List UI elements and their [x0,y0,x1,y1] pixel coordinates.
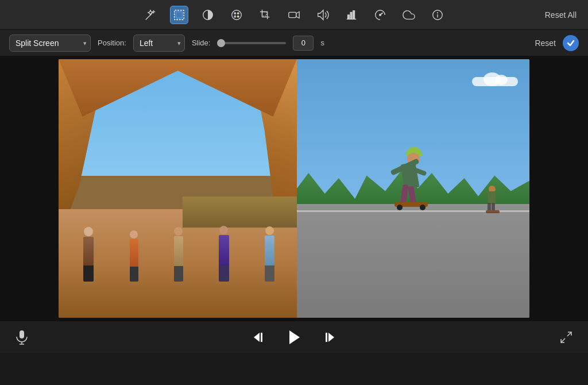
microphone-button[interactable] [11,327,32,348]
cloud [472,72,518,90]
svg-rect-30 [261,333,262,342]
svg-rect-20 [353,10,355,19]
svg-rect-33 [326,333,327,342]
reset-all-button[interactable]: Reset All [545,10,577,20]
svg-line-35 [561,338,565,342]
svg-point-11 [234,16,236,17]
position-label: Position: [98,38,126,47]
svg-marker-31 [289,330,300,344]
right-video-panel [297,59,529,318]
fullscreen-button[interactable] [556,327,577,348]
play-button[interactable] [281,325,307,350]
left-scene [59,59,297,318]
effect-dropdown[interactable]: Split Screen Picture in Picture Side by … [9,34,91,52]
preview-canvas [59,59,529,318]
preview-area [0,56,588,321]
speedometer-icon[interactable] [371,6,389,24]
slide-label: Slide: [192,38,211,47]
play-icon [286,329,302,345]
background-skater [484,186,501,214]
svg-rect-18 [348,15,350,19]
slide-value-display: 0 [293,36,314,51]
svg-marker-16 [318,10,323,20]
transport-left [11,327,46,348]
svg-rect-26 [20,330,24,338]
effect-dropdown-wrapper[interactable]: Split Screen Picture in Picture Side by … [9,34,91,52]
transport-bar [0,321,588,353]
color-palette-icon[interactable] [227,6,246,24]
svg-point-9 [234,12,236,14]
magic-wand-icon[interactable] [141,6,160,24]
confirm-button[interactable] [563,35,579,51]
check-icon [567,39,575,47]
seconds-unit: s [320,38,324,47]
position-dropdown-wrapper[interactable]: Left Right Top Bottom [133,34,185,52]
svg-marker-32 [328,333,334,342]
svg-rect-19 [350,12,352,19]
slide-track[interactable] [217,42,286,44]
svg-rect-6 [176,11,183,18]
video-camera-icon[interactable] [285,6,303,24]
microphone-icon [16,330,28,345]
svg-point-22 [380,14,381,16]
svg-line-34 [567,332,571,336]
color-invert-icon[interactable] [199,6,217,24]
transform-icon[interactable] [170,6,188,24]
svg-point-10 [237,12,239,14]
svg-rect-14 [289,12,296,17]
transport-controls [249,325,339,350]
person-5 [265,226,274,282]
svg-point-12 [237,16,239,17]
transport-right [542,327,577,348]
people-group [65,137,292,282]
cloud-icon[interactable] [400,6,418,24]
fullscreen-icon [560,331,572,344]
reset-button[interactable]: Reset [535,38,556,48]
person-1 [83,227,94,282]
chart-icon[interactable] [342,6,361,24]
position-dropdown[interactable]: Left Right Top Bottom [133,34,185,52]
slide-thumb[interactable] [217,39,225,47]
top-toolbar: Reset All [0,0,588,30]
info-icon[interactable] [428,6,447,24]
controls-bar: Split Screen Picture in Picture Side by … [0,30,588,56]
person-2 [130,230,138,282]
svg-marker-29 [254,333,260,342]
left-video-panel [59,59,297,318]
audio-icon[interactable] [314,6,332,24]
right-scene [297,59,529,318]
svg-marker-15 [296,11,300,18]
skip-back-button[interactable] [249,327,270,348]
skip-forward-icon [322,331,335,344]
person-4 [219,226,229,282]
svg-rect-13 [262,11,266,16]
arch-top [59,59,297,117]
skip-back-icon [253,331,266,344]
skateboarder [390,147,442,228]
person-3 [174,227,183,282]
svg-point-8 [232,10,242,20]
crop-icon[interactable] [256,6,274,24]
skip-forward-button[interactable] [318,327,339,348]
